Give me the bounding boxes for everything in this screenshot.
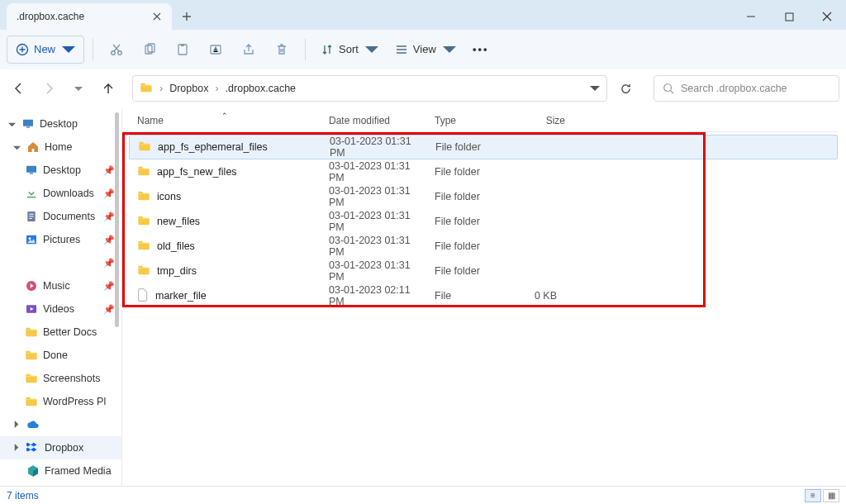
cloud-icon [26, 418, 40, 431]
sidebar-item[interactable]: Downloads📌 [0, 182, 121, 205]
window-tab[interactable]: .dropbox.cache [7, 3, 172, 30]
copy-button[interactable] [135, 36, 164, 64]
close-window-button[interactable] [808, 3, 846, 30]
file-name: app_fs_new_files [157, 166, 237, 178]
separator [305, 39, 306, 60]
file-type: File folder [427, 141, 516, 153]
file-row[interactable]: new_files03-01-2023 01:31 PMFile folder [129, 209, 838, 234]
breadcrumb-segment[interactable]: .dropbox.cache [226, 83, 296, 94]
file-row[interactable]: app_fs_ephemeral_files03-01-2023 01:31 P… [129, 135, 838, 159]
sidebar-item[interactable]: Pictures📌 [0, 228, 121, 251]
sidebar-item-label: Framed Media [45, 465, 112, 477]
sidebar-item[interactable]: WordPress Pl [0, 390, 121, 413]
chevron-right-icon[interactable] [12, 421, 21, 430]
tab-title: .dropbox.cache [15, 11, 150, 22]
svg-rect-11 [786, 13, 793, 21]
column-header-type[interactable]: Type [426, 115, 516, 126]
delete-button[interactable] [267, 36, 297, 64]
pin-icon: 📌 [103, 281, 115, 292]
sidebar-item[interactable]: Documents📌 [0, 205, 121, 228]
breadcrumb-segment[interactable]: Dropbox [169, 83, 208, 94]
file-type: File [426, 290, 516, 302]
file-row[interactable]: app_fs_new_files03-01-2023 01:31 PMFile … [129, 159, 838, 184]
sidebar-item[interactable]: Desktop📌 [0, 159, 121, 182]
maximize-button[interactable] [770, 3, 808, 30]
search-icon [663, 83, 674, 94]
sidebar-item-desktop-root[interactable]: Desktop [0, 112, 121, 136]
file-row[interactable]: marker_file03-01-2023 02:11 PMFile0 KB [129, 283, 838, 308]
folder-icon [138, 140, 151, 155]
file-row[interactable]: tmp_dirs03-01-2023 01:31 PMFile folder [129, 259, 838, 283]
toolbar: New Sort View ••• [0, 30, 846, 69]
file-type: File folder [426, 240, 516, 252]
chevron-down-icon[interactable] [7, 120, 17, 129]
folder-icon [140, 81, 153, 97]
search-input[interactable]: Search .dropbox.cache [654, 75, 839, 102]
sidebar-item-label: Done [43, 349, 68, 361]
folder-icon [137, 190, 150, 204]
column-header-row: Name ⌃ Date modified Type Size [129, 109, 838, 132]
file-name: tmp_dirs [157, 265, 197, 277]
separator [93, 39, 93, 60]
sidebar-item[interactable]: Screenshots [0, 367, 121, 390]
chevron-right-icon: › [215, 83, 218, 94]
forward-button[interactable] [36, 76, 61, 101]
breadcrumb[interactable]: › Dropbox › .dropbox.cache [132, 75, 607, 102]
sidebar-item[interactable]: 📌 [0, 251, 121, 274]
file-date: 03-01-2023 01:31 PM [321, 136, 427, 159]
search-placeholder: Search .dropbox.cache [681, 83, 787, 94]
recent-dropdown[interactable] [66, 76, 91, 101]
new-tab-button[interactable] [172, 3, 202, 30]
column-header-size[interactable]: Size [516, 115, 573, 126]
up-button[interactable] [96, 76, 121, 101]
minimize-button[interactable] [732, 3, 770, 30]
address-row: › Dropbox › .dropbox.cache Search .dropb… [0, 69, 846, 107]
column-header-name[interactable]: Name ⌃ [129, 115, 321, 126]
sidebar-item[interactable]: Music📌 [0, 274, 121, 297]
column-header-date[interactable]: Date modified [321, 115, 426, 126]
view-details-button[interactable]: ≡ [805, 489, 821, 502]
new-button[interactable]: New [7, 36, 84, 64]
sidebar-item[interactable]: Better Docs [0, 321, 121, 344]
view-button[interactable]: View [388, 36, 463, 64]
chevron-down-icon[interactable] [590, 85, 600, 92]
file-row[interactable]: icons03-01-2023 01:31 PMFile folder [129, 184, 838, 209]
file-date: 03-01-2023 01:31 PM [321, 259, 426, 283]
cut-button[interactable] [102, 36, 131, 64]
file-row[interactable]: old_files03-01-2023 01:31 PMFile folder [129, 234, 838, 259]
sidebar-item-label: Downloads [43, 188, 94, 199]
sidebar-item-label: Videos [43, 303, 74, 315]
rename-button[interactable] [201, 36, 231, 64]
sidebar-item-onedrive[interactable] [0, 413, 121, 436]
refresh-button[interactable] [612, 75, 639, 102]
sidebar-item-label: Home [45, 141, 72, 153]
file-date: 03-01-2023 02:11 PM [321, 284, 426, 307]
titlebar: .dropbox.cache [0, 0, 846, 30]
close-tab-icon[interactable] [150, 10, 164, 23]
sort-button[interactable]: Sort [314, 36, 385, 64]
dropbox-icon [26, 441, 40, 454]
sidebar-item-framed[interactable]: Framed Media [0, 459, 121, 483]
window-controls [732, 3, 846, 30]
pin-icon: 📌 [103, 235, 115, 245]
cube-icon [26, 464, 40, 478]
sidebar-item-label: Documents [43, 211, 95, 222]
sidebar-item-home[interactable]: Home [0, 136, 121, 159]
sidebar-item[interactable]: Videos📌 [0, 297, 121, 321]
file-type: File folder [426, 191, 516, 202]
document-icon [25, 210, 38, 223]
folder-icon [25, 349, 38, 362]
file-type: File folder [426, 166, 516, 178]
back-button[interactable] [7, 76, 31, 101]
sidebar-item-label: Screenshots [43, 373, 100, 384]
paste-button[interactable] [168, 36, 197, 64]
sidebar-item[interactable]: Done [0, 344, 121, 367]
share-button[interactable] [234, 36, 264, 64]
more-button[interactable]: ••• [466, 36, 496, 64]
chevron-right-icon[interactable] [12, 444, 21, 453]
sidebar-item-dropbox[interactable]: Dropbox [0, 436, 121, 459]
chevron-down-icon[interactable] [12, 143, 21, 152]
view-grid-button[interactable]: ▦ [823, 489, 839, 502]
pin-icon: 📌 [103, 165, 115, 176]
svg-point-14 [118, 50, 122, 55]
